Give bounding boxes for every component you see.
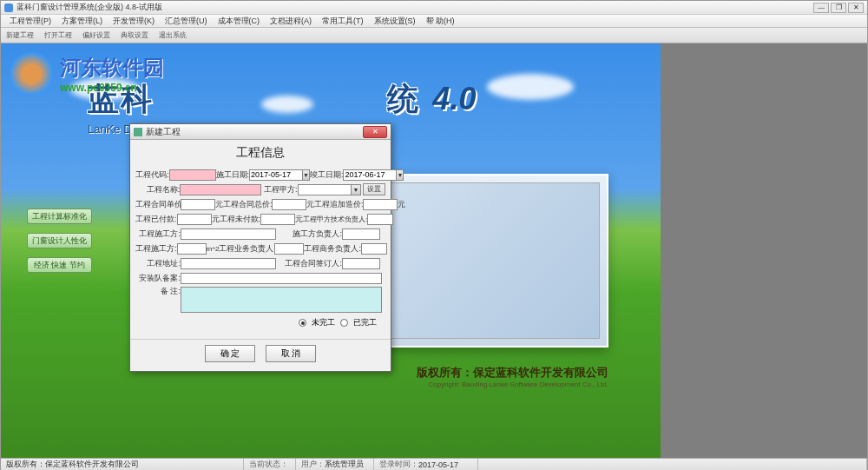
- brand-version: 4.0: [432, 81, 476, 116]
- dialog-header: 工程信息: [130, 140, 391, 164]
- menu-doc[interactable]: 文档进程(A): [265, 16, 317, 27]
- toolbar-new[interactable]: 新建工程: [6, 30, 34, 40]
- label-install-note: 安装队备案:: [135, 273, 181, 284]
- status-bar: 版权所有：保定蓝科软件开发有限公司 当前状态： 用户： 系统管理员 登录时间： …: [1, 458, 867, 470]
- dropdown-start-date[interactable]: ▼: [303, 169, 310, 181]
- input-paid[interactable]: [177, 214, 212, 225]
- menu-summary[interactable]: 汇总管理(U): [160, 16, 213, 27]
- unit-yuan-2: 元: [306, 199, 314, 210]
- input-add-price[interactable]: [363, 199, 398, 210]
- toolbar: 新建工程 打开工程 偏好设置 典取设置 退出系统: [1, 28, 867, 43]
- unit-yuan-4: 元: [212, 214, 220, 225]
- ok-button[interactable]: 确 定: [205, 345, 255, 362]
- label-party-a: 工程甲方:: [261, 184, 297, 195]
- app-icon: [4, 3, 13, 12]
- dropdown-party-a[interactable]: ▼: [352, 184, 362, 195]
- input-code[interactable]: [169, 169, 216, 181]
- input-trade-leader[interactable]: [361, 243, 387, 255]
- label-const-leader: 施工方负责人:: [276, 228, 342, 240]
- menu-tools[interactable]: 常用工具(T): [317, 16, 369, 27]
- menu-develop[interactable]: 开发管理(K): [108, 16, 160, 27]
- label-constructor: 工程施工方:: [135, 228, 181, 240]
- side-btn-eco[interactable]: 经济 快速 节约: [27, 257, 92, 273]
- window-title: 蓝科门窗设计管理系统(企业版) 4.8-试用版: [16, 2, 813, 13]
- status-copyright: 版权所有：保定蓝科软件开发有限公司: [1, 459, 244, 470]
- cancel-button[interactable]: 取 消: [266, 345, 316, 362]
- dialog-title: 新建工程: [146, 126, 363, 138]
- label-add-price: 工程追加造价:: [314, 199, 363, 210]
- side-btn-calc[interactable]: 工程计算标准化: [27, 209, 92, 224]
- brand-title-right: 统: [387, 81, 420, 116]
- toolbar-open[interactable]: 打开工程: [44, 30, 72, 40]
- copyright-en: Copyright: Baoding Lanke Software Develo…: [417, 381, 608, 388]
- label-name: 工程名称:: [135, 184, 180, 195]
- close-button[interactable]: ✕: [848, 3, 864, 13]
- input-constructor[interactable]: [181, 228, 276, 240]
- input-party-a[interactable]: [298, 184, 352, 195]
- menu-cost[interactable]: 成本管理(C): [213, 16, 266, 27]
- label-unit-price: 工程合同单价:: [135, 199, 181, 210]
- copyright-cn: 版权所有：保定蓝科软件开发有限公司: [417, 365, 608, 381]
- status-user-label: 用户：: [301, 459, 325, 470]
- watermark-url: www.pc0359.cn: [60, 82, 164, 94]
- label-paid: 工程已付款:: [135, 214, 177, 225]
- label-start-date: 施工日期:: [216, 169, 250, 181]
- status-login-label: 登录时间：: [379, 459, 418, 470]
- new-project-dialog: 新建工程 ✕ 工程信息 工程代码: 施工日期: ▼ 竣工日期: ▼: [129, 123, 391, 372]
- unit-yuan-5: 元: [295, 214, 303, 225]
- input-unit-price[interactable]: [181, 199, 215, 210]
- label-contract-sign: 工程合同签订人:: [276, 258, 342, 269]
- label-code: 工程代码:: [135, 169, 169, 181]
- toolbar-exit[interactable]: 退出系统: [159, 30, 187, 40]
- input-total-price[interactable]: [272, 199, 306, 210]
- config-button[interactable]: 设置: [363, 183, 385, 195]
- label-end-date: 竣工日期:: [310, 169, 344, 181]
- wallpaper: 河东软件园 www.pc0359.cn 蓝科 统 4.0 LanKe Doors: [1, 43, 661, 458]
- input-remark[interactable]: [181, 287, 382, 313]
- unit-yuan-1: 元: [215, 199, 223, 210]
- menu-project[interactable]: 工程管理(P): [4, 16, 56, 27]
- input-name[interactable]: [180, 184, 261, 195]
- status-user-value: 系统管理员: [325, 459, 364, 470]
- dialog-icon: [134, 128, 142, 136]
- menu-help[interactable]: 帮 助(H): [421, 16, 460, 27]
- label-unpaid: 工程未付款:: [220, 214, 261, 225]
- minimize-button[interactable]: —: [813, 3, 829, 13]
- label-tech-leader: 工程甲方技术负责人:: [303, 215, 367, 224]
- toolbar-pref[interactable]: 偏好设置: [82, 30, 110, 40]
- menu-bar: 工程管理(P) 方案管理(L) 开发管理(K) 汇总管理(U) 成本管理(C) …: [1, 15, 867, 28]
- input-install-note[interactable]: [181, 273, 382, 284]
- side-btn-design[interactable]: 门窗设计人性化: [27, 233, 92, 248]
- input-address[interactable]: [181, 258, 276, 269]
- radio-unfinished[interactable]: [299, 319, 306, 327]
- input-start-date[interactable]: [249, 169, 303, 181]
- watermark-logo-icon: [10, 52, 53, 96]
- input-contract-sign[interactable]: [342, 258, 380, 269]
- input-const-leader[interactable]: [342, 228, 380, 240]
- status-state-label: 当前状态：: [249, 459, 288, 470]
- input-end-date[interactable]: [343, 169, 397, 181]
- watermark: 河东软件园 www.pc0359.cn: [10, 52, 164, 96]
- label-radio-finished: 已完工: [353, 317, 377, 328]
- unit-yuan-3: 元: [398, 199, 405, 210]
- input-tech-leader[interactable]: [367, 214, 393, 225]
- status-login-value: 2017-05-17: [418, 460, 458, 469]
- dialog-close-button[interactable]: ✕: [363, 126, 387, 138]
- toolbar-get[interactable]: 典取设置: [121, 30, 148, 40]
- label-remark: 备 注:: [135, 286, 181, 297]
- input-sqm[interactable]: [177, 243, 207, 255]
- label-trade-leader: 工程商务负责人:: [304, 243, 361, 255]
- window-title-bar: 蓝科门窗设计管理系统(企业版) 4.8-试用版 — ❐ ✕: [1, 1, 867, 15]
- empty-gray-panel: [661, 43, 867, 458]
- menu-settings[interactable]: 系统设置(S): [369, 16, 421, 27]
- input-biz-leader[interactable]: [274, 243, 304, 255]
- watermark-site-name: 河东软件园: [60, 54, 164, 82]
- label-radio-unfinished: 未完工: [312, 317, 335, 328]
- radio-finished[interactable]: [340, 319, 348, 327]
- input-unpaid[interactable]: [260, 214, 295, 225]
- dropdown-end-date[interactable]: ▼: [397, 169, 404, 181]
- label-sqm-unit: m^2: [207, 245, 220, 253]
- maximize-button[interactable]: ❐: [831, 3, 846, 13]
- label-biz-leader: 工程业务负责人:: [219, 243, 274, 255]
- menu-scheme[interactable]: 方案管理(L): [56, 16, 108, 27]
